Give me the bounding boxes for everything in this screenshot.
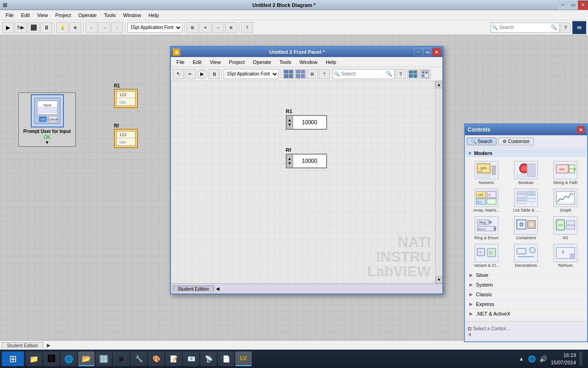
bd-menu-file[interactable]: File	[2, 12, 17, 19]
fp-layout-btn1[interactable]	[407, 69, 418, 79]
controls-search-btn[interactable]: 🔍 Search	[467, 138, 497, 145]
rf-increment-btn[interactable]: ▲▼	[287, 155, 293, 167]
cp-refnum-item[interactable]: # Refnum	[547, 243, 584, 269]
bd-close-btn[interactable]: ✕	[578, 0, 588, 10]
fp-run-btn[interactable]: ▶	[197, 69, 208, 79]
taskbar-calculator[interactable]: 🔢	[96, 351, 112, 366]
fp-scroll-up-btn[interactable]: ▲	[435, 81, 443, 88]
fp-menu-edit[interactable]: Edit	[189, 58, 205, 66]
tray-arrow[interactable]: ▲	[519, 356, 524, 362]
bd-resize-btn[interactable]: ↔	[212, 22, 224, 33]
bd-run-btn[interactable]: ▶	[2, 22, 14, 33]
fp-font-select[interactable]: 15pt Application Font	[224, 69, 279, 79]
bd-menu-edit[interactable]: Edit	[17, 12, 34, 19]
fp-scroll-down-btn[interactable]: ▼	[435, 276, 443, 283]
cp-numeric-item[interactable]: 123 DBL Numeric	[468, 160, 505, 186]
cp-containers-item[interactable]: Containers	[507, 215, 545, 241]
bd-scroll-right-btn[interactable]: ▶	[45, 342, 52, 349]
taskbar-file-explorer[interactable]: 📁	[26, 351, 42, 366]
fp-search-input[interactable]	[340, 71, 384, 76]
fp-menu-project[interactable]: Project	[225, 58, 248, 66]
cp-express-item[interactable]: ▶ Express	[466, 299, 586, 309]
fp-layout-btn2[interactable]	[419, 69, 430, 79]
fp-pointer-btn[interactable]: ↖	[173, 69, 184, 79]
fp-grid-btn1[interactable]	[283, 69, 294, 79]
bd-search-input[interactable]	[498, 25, 549, 30]
r1-increment-btn[interactable]: ▲▼	[287, 116, 293, 129]
taskbar-email[interactable]: 📧	[183, 351, 199, 366]
cp-ring-item[interactable]: Ring Enum Ring & Enum	[468, 215, 505, 241]
cp-classic-item[interactable]: ▶ Classic	[466, 290, 586, 299]
cp-boolean-item[interactable]: Boolean	[507, 160, 545, 186]
bd-menu-tools[interactable]: Tools	[100, 12, 119, 19]
bd-step-over-btn[interactable]: →	[98, 22, 110, 33]
fp-grid-btn2[interactable]	[295, 69, 306, 79]
taskbar-browser-1[interactable]: 🅾	[43, 351, 60, 366]
bd-menu-operate[interactable]: Operate	[75, 12, 101, 19]
bd-step-into-btn[interactable]: ↓	[85, 22, 97, 33]
cp-string-item[interactable]: abc Path String & Path	[547, 160, 584, 186]
bd-help-btn[interactable]: ?	[560, 23, 571, 33]
fp-pause-btn[interactable]: ⏸	[209, 69, 220, 79]
taskbar-ni-app[interactable]: LV	[235, 351, 252, 366]
bd-search-btn[interactable]: 🔍	[549, 23, 559, 33]
fp-help-btn[interactable]: ?	[396, 69, 406, 79]
controls-customize-btn[interactable]: ⚙ Customize	[498, 138, 534, 145]
fp-context-help[interactable]: ?	[319, 69, 330, 79]
bd-menu-view[interactable]: View	[34, 12, 52, 19]
bd-distribute-btn[interactable]: ≡	[199, 22, 211, 33]
bd-menu-project[interactable]: Project	[51, 12, 74, 19]
fp-menu-operate[interactable]: Operate	[249, 58, 275, 66]
rf-control[interactable]: Rf ▲▼ 10000	[286, 147, 327, 168]
fp-close-btn[interactable]: ✕	[432, 48, 441, 56]
fp-tab-arrow-btn[interactable]: ◀	[214, 285, 221, 293]
taskbar-word[interactable]: 📝	[165, 351, 182, 366]
cp-io-item[interactable]: I/O RUN I/O	[547, 215, 584, 241]
start-button[interactable]: ⊞	[2, 351, 24, 366]
bd-align-btn[interactable]: ⊞	[187, 22, 198, 33]
fp-maximize-btn[interactable]: ▭	[423, 48, 431, 56]
controls-panel-close-btn[interactable]: ✕	[577, 126, 584, 133]
bd-maximize-btn[interactable]: ▭	[568, 0, 578, 10]
fp-grid-btn3[interactable]: ⊞	[307, 69, 318, 79]
bd-font-select[interactable]: 15pt Application Font	[127, 23, 182, 33]
bd-menu-help[interactable]: Help	[145, 12, 163, 19]
bd-student-tab[interactable]: Student Edition	[2, 342, 43, 349]
bd-reorder-btn[interactable]: ⊛	[225, 22, 237, 33]
tray-volume-icon[interactable]: 🔊	[539, 355, 547, 362]
rf-value[interactable]: 10000	[293, 155, 326, 167]
bd-step-out-btn[interactable]: ↑	[111, 22, 123, 33]
bd-pause-btn[interactable]: ⏸	[40, 22, 52, 33]
cp-system-item[interactable]: ▶ System	[466, 280, 586, 290]
r1-bd-block[interactable]: R1 123 DBL	[114, 83, 138, 108]
fp-minimize-btn[interactable]: ─	[414, 48, 422, 56]
tray-time-date[interactable]: 16:19 15/07/2014	[551, 351, 576, 367]
taskbar-misc1[interactable]: 🖥	[113, 351, 130, 366]
taskbar-comms[interactable]: 📡	[200, 351, 217, 366]
cp-decorations-item[interactable]: Decorations	[507, 243, 545, 269]
cp-graph-item[interactable]: Graph	[547, 188, 584, 213]
taskbar-misc2[interactable]: 🔧	[130, 351, 147, 366]
bd-run-cont-btn[interactable]: ↻▶	[15, 22, 27, 33]
cp-net-item[interactable]: ▶ .NET & ActiveX	[466, 309, 586, 319]
fp-menu-file[interactable]: File	[173, 58, 188, 66]
cp-list-item[interactable]: List,Table & ...	[507, 188, 545, 213]
taskbar-paint[interactable]: 🎨	[148, 351, 164, 366]
fp-student-tab[interactable]: Student Edition	[173, 286, 214, 292]
controls-footer-arrow[interactable]: ▼	[468, 332, 472, 337]
bd-highlight-btn[interactable]: 💡	[57, 22, 68, 33]
bd-minimize-btn[interactable]: ─	[558, 0, 568, 10]
fp-canvas[interactable]: ▲ ▼ R1 ▲▼ 10000 Rf ▲▼ 10000	[171, 81, 442, 283]
fp-menu-help[interactable]: Help	[322, 58, 340, 66]
taskbar-ie[interactable]: 🌐	[61, 351, 77, 366]
cp-silver-item[interactable]: ▶ Silver	[466, 270, 586, 280]
modern-section-header[interactable]: ▼ Modern	[466, 149, 586, 157]
cp-array-item[interactable]: 123 314 ⊞ Array, Matrix...	[468, 188, 505, 213]
fp-search-execute-btn[interactable]: 🔍	[384, 69, 394, 79]
tray-network-icon[interactable]: 🌐	[528, 355, 536, 362]
fp-scrollbar-v[interactable]: ▲ ▼	[435, 81, 442, 283]
fp-scroll-track[interactable]	[436, 88, 442, 276]
rf-bd-block[interactable]: Rf 123 DBL	[114, 123, 138, 148]
fp-menu-tools[interactable]: Tools	[276, 58, 295, 66]
fp-edit-btn[interactable]: ✏	[185, 69, 196, 79]
